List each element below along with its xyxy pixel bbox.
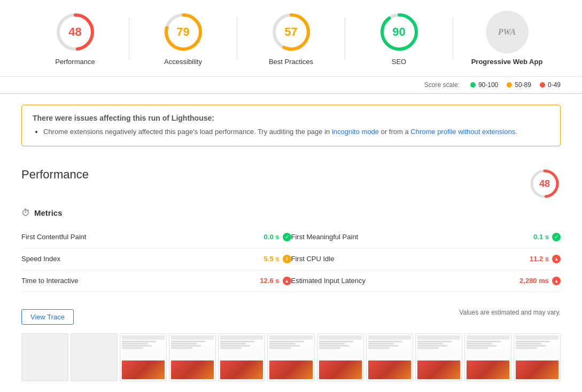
stopwatch-icon: ⏱ bbox=[21, 208, 30, 218]
filmstrip-frame-9 bbox=[464, 333, 511, 381]
metrics-header: ⏱ Metrics bbox=[21, 208, 561, 218]
scale-item-orange: 50-89 bbox=[507, 81, 531, 89]
metric-name-eil: Estimated Input Latency bbox=[291, 277, 520, 285]
scale-dot-orange bbox=[507, 82, 512, 88]
metric-value-fci: 11.2 s bbox=[530, 255, 549, 263]
scale-item-red: 0-49 bbox=[540, 81, 561, 89]
metric-value-fcp: 0.0 s bbox=[264, 233, 280, 241]
gauge-pwa: PWA bbox=[486, 11, 529, 53]
metric-name-fmp: First Meaningful Paint bbox=[291, 233, 534, 241]
view-trace-button[interactable]: View Trace bbox=[21, 309, 74, 325]
filmstrip-frame-4 bbox=[218, 333, 265, 381]
score-seo[interactable]: 90 SEO bbox=[345, 11, 453, 66]
gauge-best-practices: 57 bbox=[270, 11, 313, 53]
metric-fci: First CPU Idle 11.2 s ▲ bbox=[291, 248, 561, 270]
filmstrip-frame-10 bbox=[514, 333, 561, 381]
metric-value-tti: 12.6 s bbox=[260, 277, 279, 285]
pwa-icon: PWA bbox=[498, 27, 516, 37]
trace-row: View Trace Values are estimated and may … bbox=[21, 301, 561, 325]
metric-speed-index: Speed Index 5.5 s ℹ bbox=[21, 248, 291, 270]
metric-icon-fci: ▲ bbox=[552, 255, 561, 263]
values-note: Values are estimated and may vary. bbox=[459, 309, 561, 316]
filmstrip-frame-2 bbox=[120, 333, 167, 381]
gauge-accessibility: 79 bbox=[162, 11, 205, 53]
score-label-performance: Performance bbox=[55, 58, 95, 66]
score-label-pwa: Progressive Web App bbox=[471, 58, 543, 66]
scores-bar: 48 Performance 79 Accessibility 57 Best … bbox=[0, 0, 582, 77]
metrics-title: Metrics bbox=[34, 208, 63, 217]
perf-section-title: Performance bbox=[21, 168, 89, 182]
scale-item-green: 90-100 bbox=[470, 81, 498, 89]
scale-range-red: 0-49 bbox=[548, 81, 561, 89]
perf-mini-score: 48 bbox=[539, 178, 550, 189]
metric-icon-tti: ▲ bbox=[283, 277, 291, 285]
metrics-col-left: First Contentful Paint 0.0 s ✓ Speed Ind… bbox=[21, 226, 291, 292]
metric-value-fmp: 0.1 s bbox=[533, 233, 549, 241]
metric-name-fci: First CPU Idle bbox=[291, 255, 530, 263]
score-value-accessibility: 79 bbox=[176, 25, 189, 39]
scale-label: Score scale: bbox=[424, 81, 460, 89]
scale-dot-red bbox=[540, 82, 545, 88]
incognito-link[interactable]: incognito mode bbox=[332, 128, 379, 136]
score-label-seo: SEO bbox=[392, 58, 406, 66]
filmstrip-frame-5 bbox=[267, 333, 314, 381]
score-scale: Score scale: 90-100 50-89 0-49 bbox=[0, 77, 582, 94]
warning-box: There were issues affecting this run of … bbox=[21, 105, 561, 146]
filmstrip-frame-7 bbox=[366, 333, 413, 381]
metric-value-eil: 2,280 ms bbox=[519, 277, 549, 285]
metric-name-fcp: First Contentful Paint bbox=[21, 233, 264, 241]
metric-fmp: First Meaningful Paint 0.1 s ✓ bbox=[291, 226, 561, 248]
score-pwa[interactable]: PWA Progressive Web App bbox=[453, 11, 561, 66]
score-value-performance: 48 bbox=[68, 25, 81, 39]
metric-icon-fmp: ✓ bbox=[552, 233, 561, 241]
metric-name-tti: Time to Interactive bbox=[21, 277, 260, 285]
warning-text: Chrome extensions negatively affected th… bbox=[43, 128, 517, 136]
gauge-performance: 48 bbox=[54, 11, 97, 53]
metric-icon-si: ℹ bbox=[283, 255, 291, 263]
perf-header: Performance 48 bbox=[21, 168, 561, 200]
score-performance[interactable]: 48 Performance bbox=[21, 11, 129, 66]
filmstrip-frame-8 bbox=[415, 333, 462, 381]
score-accessibility[interactable]: 79 Accessibility bbox=[129, 11, 237, 66]
filmstrip-frame-0 bbox=[21, 333, 68, 381]
score-label-accessibility: Accessibility bbox=[164, 58, 202, 66]
score-best-practices[interactable]: 57 Best Practices bbox=[237, 11, 345, 66]
filmstrip-frame-6 bbox=[317, 333, 364, 381]
score-label-best-practices: Best Practices bbox=[269, 58, 313, 66]
scale-dot-green bbox=[470, 82, 476, 88]
metric-icon-fcp: ✓ bbox=[283, 233, 291, 241]
chrome-profile-link[interactable]: Chrome profile without extensions bbox=[410, 128, 515, 136]
filmstrip-frame-3 bbox=[169, 333, 216, 381]
metric-eil: Estimated Input Latency 2,280 ms ▲ bbox=[291, 270, 561, 292]
performance-section: Performance 48 ⏱ Metrics First Contentfu… bbox=[0, 157, 582, 392]
metric-icon-eil: ▲ bbox=[552, 277, 561, 285]
score-value-seo: 90 bbox=[392, 25, 405, 39]
scale-range-green: 90-100 bbox=[478, 81, 498, 89]
metric-name-si: Speed Index bbox=[21, 255, 264, 263]
score-value-best-practices: 57 bbox=[284, 25, 297, 39]
gauge-seo: 90 bbox=[378, 11, 421, 53]
filmstrip bbox=[21, 333, 561, 381]
metrics-col-right: First Meaningful Paint 0.1 s ✓ First CPU… bbox=[291, 226, 561, 292]
metrics-grid: First Contentful Paint 0.0 s ✓ Speed Ind… bbox=[21, 226, 561, 292]
perf-mini-gauge: 48 bbox=[529, 168, 561, 200]
scale-range-orange: 50-89 bbox=[515, 81, 531, 89]
warning-title: There were issues affecting this run of … bbox=[33, 114, 549, 122]
metric-first-contentful-paint: First Contentful Paint 0.0 s ✓ bbox=[21, 226, 291, 248]
metric-tti: Time to Interactive 12.6 s ▲ bbox=[21, 270, 291, 292]
filmstrip-frame-1 bbox=[71, 333, 118, 381]
metric-value-si: 5.5 s bbox=[264, 255, 280, 263]
